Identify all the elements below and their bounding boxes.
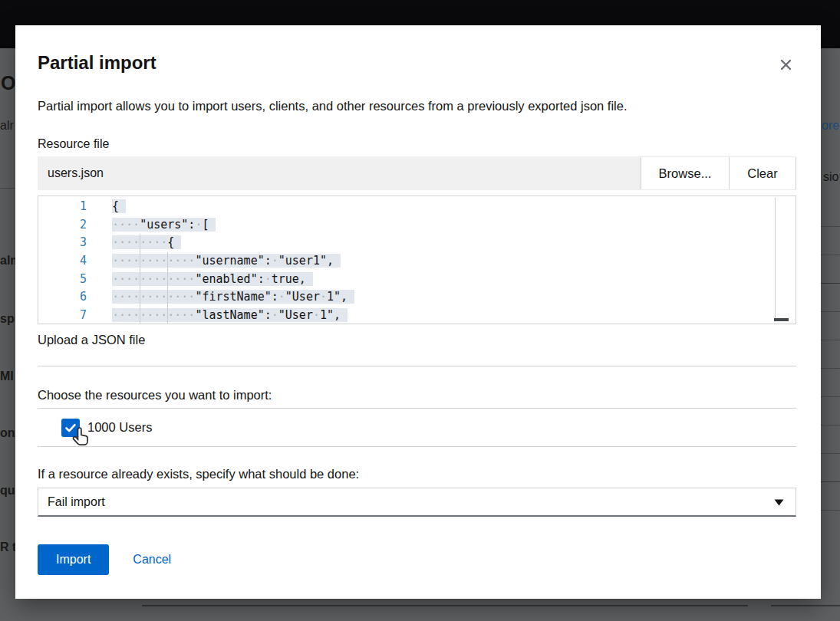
line-number: 6 [38,288,108,307]
code-line: 6············"firstName":·"User·1", [38,288,796,307]
modal-header: Partial import [38,51,796,75]
background-field-underline [771,605,840,606]
divider [38,446,796,447]
code-line: 2····"users":·[ [38,216,796,235]
modal-description: Partial import allows you to import user… [38,98,796,114]
partial-import-modal: Partial import Partial import allows you… [15,25,821,599]
background-text-fragment: R t [0,540,16,554]
editor-scrollbar-track[interactable] [775,198,776,320]
code-line-text: ············"enabled":·true, [108,271,313,289]
clear-button[interactable]: Clear [729,157,796,189]
resource-checkbox-row: 1000 Users [38,409,796,446]
line-number: 1 [38,198,108,216]
upload-helper-text: Upload a JSON file [38,332,796,347]
import-button[interactable]: Import [38,544,109,575]
background-text-fragment: qu [0,484,15,498]
code-line: 4············"username":·"user1", [38,252,796,271]
line-number: 7 [38,307,108,324]
code-editor[interactable]: 1{ 2····"users":·[ 3········{ 4·········… [38,196,796,324]
modal-actions: Import Cancel [38,544,796,575]
line-number: 2 [38,216,108,235]
code-line-text: ············"firstName":·"User·1", [108,288,354,307]
file-upload-buttons: Browse... Clear [641,156,796,190]
code-line: 1{ [38,198,796,216]
code-editor-lines: 1{ 2····"users":·[ 3········{ 4·········… [38,198,796,324]
users-checkbox[interactable] [61,419,80,437]
background-text-fragment: alr [0,119,14,133]
background-row-line [821,368,840,369]
divider [38,366,796,366]
background-text-fragment: MI [0,370,14,383]
code-line-text: ········{ [108,234,181,252]
browse-button[interactable]: Browse... [641,157,729,189]
background-row-line [821,283,840,284]
indent-guide [167,252,168,271]
strategy-select[interactable]: Fail import [38,488,796,517]
background-row-line [821,481,840,482]
background-row-line [821,453,840,454]
line-number: 3 [38,234,108,252]
background-field-underline [142,605,748,606]
code-line: 3········{ [38,234,796,252]
indent-guide [140,234,140,252]
code-line-text: ············"lastName":·"User·1", [108,307,348,324]
code-line: 7············"lastName":·"User·1", [38,307,796,324]
users-checkbox-label: 1000 Users [87,420,152,435]
indent-guide [140,288,140,307]
indent-guide [167,271,168,289]
file-name-input[interactable]: users.json [38,156,641,190]
modal-title: Partial import [38,51,156,75]
indent-guide [167,288,168,307]
resource-file-label: Resource file [38,136,796,152]
code-line-text: ····"users":·[ [108,216,216,235]
indent-guide [140,307,140,324]
code-line-text: ············"username":·"user1", [108,252,341,271]
chevron-down-icon [774,499,784,506]
background-row-line [821,510,840,511]
background-divider [0,188,15,189]
file-upload-group: users.json Browse... Clear [38,156,796,190]
background-row-line [821,311,840,312]
editor-scrollbar-thumb[interactable] [774,318,789,321]
background-row-line [821,255,840,255]
indent-guide [140,271,140,289]
background-row-line [821,396,840,397]
line-number: 5 [38,271,108,289]
line-number: 4 [38,252,108,271]
strategy-selected-value: Fail import [48,495,105,508]
background-row-line [821,340,840,340]
background-text-fragment: sio [823,170,838,184]
background-row-line [821,425,840,426]
indent-guide [140,252,140,271]
choose-resources-label: Choose the resources you want to import: [38,387,796,402]
code-line-text: { [108,198,126,216]
code-line: 5············"enabled":·true, [38,271,796,289]
strategy-label: If a resource already exists, specify wh… [38,466,796,481]
background-row-line [821,226,840,227]
close-x-glyph [780,59,792,71]
checkmark-icon [64,422,77,434]
indent-guide [167,307,168,324]
cancel-button[interactable]: Cancel [133,553,171,567]
background-link-fragment: ore [822,119,839,133]
close-icon[interactable] [776,55,795,74]
